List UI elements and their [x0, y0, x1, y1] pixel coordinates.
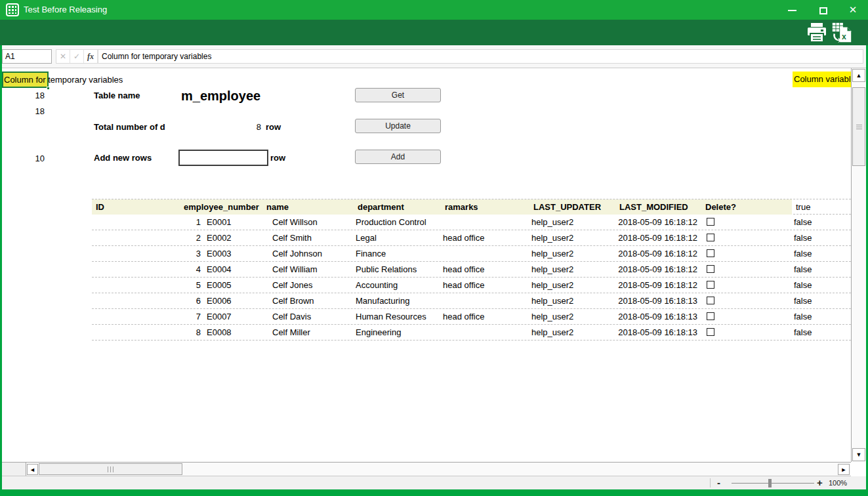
close-button[interactable]: ✕: [842, 0, 864, 20]
cell-last-modified: 2018-05-09 16:18:12: [614, 246, 697, 261]
print-icon[interactable]: [805, 22, 829, 44]
app-window: Test Before Releasing ✕ x A1: [0, 0, 868, 496]
cell-a1-text: Column for temporary variables: [4, 72, 123, 88]
delete-checkbox[interactable]: [707, 234, 714, 241]
window-border-bottom: [0, 489, 868, 496]
cell-department: Accounting: [356, 278, 441, 293]
toolbar: x: [0, 20, 868, 45]
scrollbar-corner: [2, 463, 26, 476]
cell-flag: false: [794, 325, 846, 340]
cell-name: Celf Johnson: [272, 246, 354, 261]
table-row: 1E0001Celf WillsonProduction Controlhelp…: [92, 215, 851, 230]
cell-id: 5: [92, 278, 201, 293]
delete-checkbox[interactable]: [707, 328, 714, 336]
status-bar: - + 100%: [2, 476, 866, 489]
row-unit-label: row: [266, 119, 281, 135]
cell-value: 18: [2, 88, 45, 104]
delete-checkbox[interactable]: [707, 297, 714, 304]
cell-employee-number: E0007: [207, 309, 272, 324]
cell-ramarks: head office: [443, 309, 528, 324]
cell-department: Manufacturing: [356, 293, 441, 308]
cell-employee-number: E0005: [207, 278, 272, 293]
cell-name: Celf Willson: [272, 215, 354, 230]
cell-ramarks: head office: [443, 262, 528, 277]
spreadsheet-app-icon: [6, 3, 19, 16]
delete-checkbox[interactable]: [707, 249, 714, 257]
cell-department: Public Relations: [356, 262, 441, 277]
cell-employee-number: E0008: [207, 325, 272, 340]
table-row: 7E0007Celf DavisHuman Resourceshead offi…: [92, 309, 851, 325]
col-header-name: name: [266, 199, 289, 215]
export-excel-icon[interactable]: x: [830, 22, 854, 44]
window-title: Test Before Releasing: [24, 5, 107, 14]
cell-last-updater: help_user2: [531, 309, 611, 324]
cell-name: Celf Davis: [272, 309, 354, 324]
cell-ramarks: [443, 246, 528, 261]
table-row: 3E0003Celf JohnsonFinancehelp_user22018-…: [92, 246, 851, 262]
cell-department: Engineering: [356, 325, 441, 340]
add-rows-label: Add new rows: [94, 150, 152, 166]
table-header-row: ID employee_number name department ramar…: [92, 199, 851, 215]
horizontal-scrollbar-thumb[interactable]: [39, 463, 182, 475]
table-row: 8E0008Celf MillerEngineeringhelp_user220…: [92, 325, 851, 341]
row-unit-label: row: [270, 150, 285, 166]
scroll-left-icon[interactable]: ◄: [27, 464, 38, 475]
cell-name: Celf Miller: [272, 325, 354, 340]
col-header-flag: true: [796, 199, 810, 215]
scroll-up-icon[interactable]: ▲: [852, 69, 865, 82]
add-button[interactable]: Add: [355, 150, 441, 164]
confirm-icon[interactable]: ✓: [70, 50, 84, 63]
delete-checkbox[interactable]: [707, 281, 714, 289]
sheet-area: Column for temporary variables Column va…: [2, 68, 851, 462]
fill-handle[interactable]: [47, 87, 50, 90]
table-row: 4E0004Celf WilliamPublic Relationshead o…: [92, 262, 851, 278]
cell-last-updater: help_user2: [531, 262, 611, 277]
delete-checkbox[interactable]: [707, 218, 714, 226]
cell-department: Human Resources: [356, 309, 441, 324]
vertical-scrollbar-thumb[interactable]: [852, 87, 865, 166]
cell-flag: false: [794, 293, 846, 308]
zoom-level: 100%: [829, 479, 847, 487]
cell-flag: false: [794, 215, 846, 230]
cell-last-modified: 2018-05-09 16:18:12: [614, 262, 697, 277]
table-name-label: Table name: [94, 88, 140, 104]
delete-checkbox[interactable]: [707, 312, 714, 320]
cell-employee-number: E0004: [207, 262, 272, 277]
delete-checkbox[interactable]: [707, 265, 714, 273]
add-rows-input[interactable]: [178, 150, 268, 166]
svg-text:x: x: [842, 32, 846, 41]
cell-ramarks: [443, 325, 528, 340]
table-row: 6E0006Celf BrownManufacturinghelp_user22…: [92, 293, 851, 309]
cell-ramarks: head office: [443, 230, 528, 245]
update-button[interactable]: Update: [355, 119, 441, 133]
cell-last-modified: 2018-05-09 16:18:12: [614, 278, 697, 293]
cell-last-modified: 2018-05-09 16:18:13: [614, 293, 697, 308]
zoom-slider-track[interactable]: [732, 483, 814, 484]
scroll-down-icon[interactable]: ▼: [852, 448, 865, 461]
cell-id: 3: [92, 246, 201, 261]
col-header-last-modified: LAST_MODIFIED: [619, 199, 688, 215]
get-button[interactable]: Get: [355, 88, 441, 102]
cell-employee-number: E0002: [207, 230, 272, 245]
formula-input[interactable]: Column for temporary variables: [98, 49, 863, 64]
cell-flag: false: [794, 278, 846, 293]
zoom-slider-thumb[interactable]: [768, 479, 772, 487]
fx-icon[interactable]: fx: [84, 50, 98, 63]
scroll-right-icon[interactable]: ►: [838, 464, 850, 475]
cell-last-updater: help_user2: [531, 246, 611, 261]
highlighted-cell-right[interactable]: Column variabl: [793, 72, 851, 87]
cancel-icon[interactable]: ✕: [56, 50, 70, 63]
zoom-in-button[interactable]: +: [817, 477, 823, 488]
cell-name-box[interactable]: A1: [2, 49, 52, 64]
cell-name: Celf William: [272, 262, 354, 277]
cell-last-updater: help_user2: [531, 230, 611, 245]
maximize-button[interactable]: [812, 0, 835, 20]
formula-buttons: ✕ ✓ fx: [56, 49, 98, 64]
minimize-button[interactable]: [781, 0, 803, 20]
zoom-out-button[interactable]: -: [717, 477, 720, 488]
cell-last-updater: help_user2: [531, 325, 611, 340]
total-rows-label: Total number of d: [94, 119, 165, 135]
cell-last-modified: 2018-05-09 16:18:12: [614, 215, 697, 230]
cell-id: 8: [92, 325, 201, 340]
cell-value: 10: [2, 151, 45, 167]
